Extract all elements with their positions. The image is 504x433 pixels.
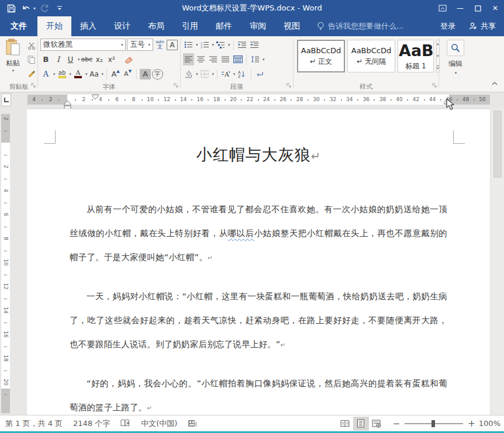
font-size-select[interactable]: 五号▾ (127, 39, 153, 51)
bullets-button[interactable] (183, 39, 194, 51)
zoom-level[interactable]: 100% (479, 419, 500, 428)
document-page[interactable]: 小红帽与大灰狼↵ 从前有一个可爱的小姑娘，不管谁看见了都会忍不住喜欢她。有一次小… (27, 109, 490, 415)
superscript-button[interactable]: x² (106, 53, 117, 65)
style-card-无间隔[interactable]: AaBbCcDd↵ 无间隔 (347, 40, 395, 72)
highlight-color-button[interactable]: ab (57, 68, 68, 80)
bullets-dropdown[interactable]: ▾ (196, 43, 198, 47)
language-indicator[interactable]: 中文(中国) (136, 418, 182, 429)
tab-stop-selector[interactable] (1, 93, 11, 106)
line-spacing-dropdown[interactable]: ▾ (263, 57, 265, 62)
change-case-button[interactable]: Aa (89, 68, 100, 80)
clear-formatting-button[interactable] (123, 53, 134, 65)
zoom-in-button[interactable]: + (468, 418, 475, 429)
web-layout-button[interactable] (369, 417, 385, 431)
phonetic-guide-button[interactable]: wén 文 (154, 39, 165, 51)
maximize-button[interactable] (469, 0, 486, 16)
decrease-indent-button[interactable] (237, 39, 248, 51)
collapse-ribbon-button[interactable] (491, 77, 498, 88)
input-mode-indicator[interactable] (182, 420, 202, 427)
asian-layout-dropdown[interactable]: ▾ (233, 72, 236, 77)
tab-插入[interactable]: 插入 (71, 16, 105, 36)
font-dialog-launcher[interactable] (174, 79, 178, 90)
redo-button[interactable] (38, 2, 51, 15)
share-button[interactable]: 共享 (464, 21, 504, 32)
horizontal-ruler[interactable]: 4224681012141618202224262830323436384042… (27, 95, 490, 105)
paste-button[interactable]: 粘贴 ▾ (0, 36, 26, 78)
paragraph[interactable]: 从前有一个可爱的小姑娘，不管谁看见了都会忍不住喜欢她。有一次小姑娘的奶奶送给她一… (70, 198, 447, 270)
word-count[interactable]: 2148 个字 (68, 418, 115, 429)
tab-引用[interactable]: 引用 (173, 16, 207, 36)
align-left-button[interactable] (183, 53, 194, 65)
justify-button[interactable] (220, 53, 231, 65)
character-border-button[interactable]: A (167, 40, 178, 50)
increase-indent-button[interactable] (249, 39, 260, 51)
format-painter-button[interactable] (26, 67, 37, 79)
vertical-ruler[interactable]: 22468101214161820 (1, 114, 10, 413)
minimize-button[interactable]: — (451, 0, 469, 16)
editing-dropdown[interactable]: ▾ (455, 71, 457, 75)
styles-scroll-down-icon[interactable]: ▾ (437, 54, 439, 58)
page-indicator[interactable]: 第 1 页，共 4 页 (0, 418, 68, 429)
asian-layout-button[interactable]: A (220, 68, 232, 80)
tab-视图[interactable]: 视图 (275, 16, 309, 36)
print-layout-button[interactable] (353, 417, 369, 431)
numbering-dropdown[interactable]: ▾ (212, 43, 215, 47)
sign-in-button[interactable]: 登录 (432, 21, 464, 32)
tell-me-box[interactable]: 告诉我您想要做什么... (317, 16, 403, 36)
italic-button[interactable]: I (53, 53, 64, 65)
styles-scroll-up-icon[interactable]: ▴ (437, 41, 439, 46)
style-card-标题 1[interactable]: AaBbCcDd标题 1 (398, 40, 434, 72)
zoom-slider-thumb[interactable] (431, 420, 435, 427)
numbering-button[interactable]: 123 (199, 39, 210, 51)
styles-dialog-launcher[interactable] (432, 79, 437, 90)
align-center-button[interactable] (195, 53, 206, 65)
undo-button[interactable] (20, 2, 33, 15)
underline-button[interactable]: U (65, 53, 76, 65)
style-card-正文[interactable]: AaBbCcDd↵ 正文 (297, 40, 345, 72)
paragraph[interactable]: “好的，妈妈，我会小心的。”小红帽拍着胸口像妈妈保证说，然后她高兴的提着装有蛋糕… (70, 372, 447, 420)
document-title[interactable]: 小红帽与大灰狼↵ (70, 143, 447, 168)
grow-font-button[interactable]: A▲ (110, 68, 121, 80)
enclose-characters-button[interactable]: 字 (152, 69, 163, 79)
text-effects-dropdown[interactable]: ▾ (53, 72, 56, 77)
borders-button[interactable] (199, 68, 210, 80)
line-spacing-button[interactable] (250, 53, 261, 65)
ribbon-display-options-button[interactable] (434, 0, 451, 16)
strikethrough-button[interactable]: abc (81, 53, 93, 65)
paragraph[interactable]: 一天，妈妈对小红帽说：“小红帽，这里有一块蛋糕和一瓶葡萄酒，快给奶奶送去吧，奶奶… (70, 285, 447, 357)
tab-开始[interactable]: 开始 (37, 16, 71, 36)
font-color-dropdown[interactable]: ▾ (85, 72, 88, 77)
copy-button[interactable] (26, 53, 37, 65)
distribute-button[interactable] (232, 53, 243, 65)
borders-dropdown[interactable]: ▾ (212, 72, 215, 77)
shading-button[interactable] (183, 68, 194, 80)
show-hide-marks-button[interactable] (254, 68, 265, 80)
read-mode-button[interactable] (337, 417, 353, 431)
first-line-indent-marker[interactable] (92, 94, 99, 100)
find-button[interactable] (447, 40, 464, 56)
shading-dropdown[interactable]: ▾ (196, 72, 198, 77)
tab-邮件[interactable]: 邮件 (207, 16, 241, 36)
text-effects-button[interactable]: A (40, 68, 51, 80)
close-button[interactable]: ✕ (486, 0, 504, 16)
character-shading-button[interactable]: A (140, 69, 151, 79)
tab-布局[interactable]: 布局 (139, 16, 173, 36)
vertical-scrollbar[interactable] (491, 109, 504, 415)
paragraph-dialog-launcher[interactable] (286, 79, 291, 90)
font-color-button[interactable]: A (73, 68, 84, 80)
tab-file[interactable]: 文件 (0, 16, 37, 36)
underline-dropdown[interactable]: ▾ (78, 57, 80, 62)
tab-审阅[interactable]: 审阅 (241, 16, 275, 36)
multilevel-list-button[interactable] (215, 39, 226, 51)
subscript-button[interactable]: x₂ (94, 53, 105, 65)
cut-button[interactable] (26, 40, 37, 52)
save-button[interactable] (5, 2, 18, 15)
zoom-slider[interactable] (405, 423, 463, 424)
customize-qat-button[interactable] (53, 2, 66, 15)
bold-button[interactable]: B (40, 53, 51, 65)
font-name-select[interactable]: 微软雅黑▾ (40, 39, 126, 51)
clipboard-dialog-launcher[interactable] (31, 79, 36, 90)
align-right-button[interactable] (208, 53, 219, 65)
shrink-font-button[interactable]: A▼ (122, 68, 133, 80)
zoom-out-button[interactable]: − (393, 418, 401, 429)
